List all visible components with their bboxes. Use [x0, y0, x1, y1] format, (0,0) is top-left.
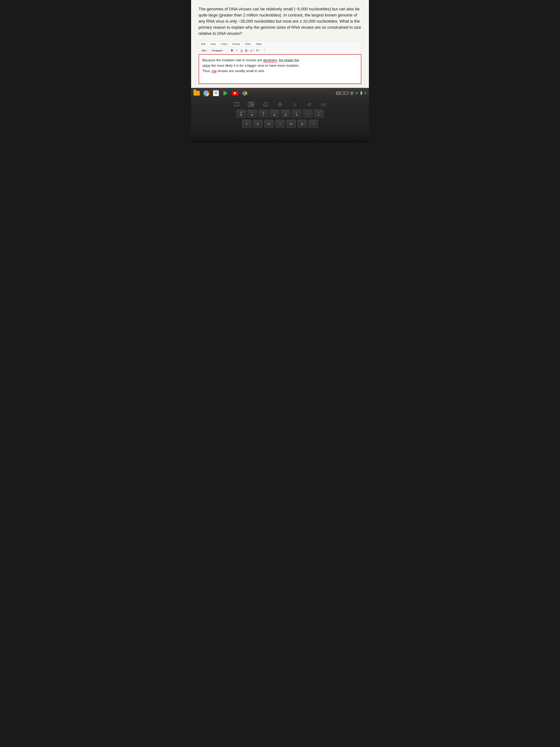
- key-minus-underscore[interactable]: _ -: [303, 110, 313, 118]
- taskbar-folder-icon[interactable]: [193, 90, 200, 97]
- key-9-lparen[interactable]: ( 9: [281, 110, 290, 118]
- key-y-label: y: [257, 122, 259, 126]
- toolbar-divider-1: [228, 49, 228, 52]
- fn-vol-up-key[interactable]: ▷): [319, 101, 328, 107]
- menu-view[interactable]: View: [210, 42, 216, 46]
- taskbar-photos-icon[interactable]: [241, 90, 248, 97]
- font-size-select[interactable]: 20px ∨: [201, 49, 209, 52]
- taskbar: 31: [191, 88, 369, 98]
- screen-area: The genomes of DNA viruses can be relati…: [191, 0, 369, 88]
- editor-line-3: Thus, rna viruses are usually small in s…: [203, 68, 357, 74]
- taskbar-right: 8 ▼ 🔋 8:: [336, 91, 367, 95]
- question-text: The genomes of DNA viruses can be relati…: [198, 6, 362, 36]
- keyboard-fn-row: ◁ ◁) ▷): [195, 101, 365, 107]
- svg-point-7: [279, 103, 281, 105]
- paragraph-select[interactable]: Paragraph ∨: [211, 49, 225, 52]
- underlined-phrase: the bigger the: [279, 58, 299, 62]
- taskbar-left: 31: [193, 90, 248, 97]
- time-text: 8:: [365, 92, 367, 95]
- fn-screenshot-key[interactable]: [232, 101, 241, 107]
- highlight-dropdown[interactable]: 🖊 ∨: [250, 49, 255, 52]
- key-minus-symbol: -: [308, 113, 308, 117]
- taskbar-youtube-icon[interactable]: [232, 90, 239, 97]
- fn-prev-key[interactable]: ◁: [290, 101, 299, 107]
- svg-point-6: [264, 102, 267, 106]
- key-p[interactable]: p: [297, 120, 307, 128]
- menu-edit[interactable]: Edit: [201, 42, 206, 46]
- key-9-symbol: 9: [285, 113, 286, 117]
- keyboard-area: ◁ ◁) ▷) % 5 ^ 6 & 7 * 8 ( 9 ) 0 _: [191, 98, 369, 135]
- key-5-percent[interactable]: % 5: [236, 110, 246, 118]
- key-u[interactable]: u: [264, 120, 274, 128]
- editor-line-2: virion the more likely it is for a bigge…: [203, 63, 357, 68]
- multiwindow-icon: [248, 102, 254, 107]
- fn-circle-key[interactable]: [261, 101, 270, 107]
- editor-container: Edit View Insert Format Tools Table 20px…: [198, 41, 362, 84]
- key-o[interactable]: o: [286, 120, 296, 128]
- wifi-indicator[interactable]: ▼: [355, 92, 358, 95]
- italic-button[interactable]: I: [236, 49, 238, 53]
- key-u-label: u: [268, 122, 270, 126]
- fn-mute-key[interactable]: ◁): [304, 101, 314, 107]
- folder-icon-shape: [193, 91, 200, 96]
- key-0-rparen[interactable]: ) 0: [292, 110, 301, 118]
- key-7-ampersand[interactable]: & 7: [259, 110, 268, 118]
- key-6-caret[interactable]: ^ 6: [247, 110, 257, 118]
- brightness-icon: [277, 102, 283, 107]
- key-t[interactable]: t: [242, 120, 251, 128]
- superscript-dropdown[interactable]: T2 ∨: [256, 49, 260, 52]
- key-equals-symbol: =: [318, 113, 320, 117]
- key-lbrace[interactable]: {: [309, 120, 318, 128]
- editor-line-1: Because the mutation rate in viruses are…: [203, 58, 357, 63]
- menu-format[interactable]: Format: [232, 42, 241, 46]
- key-0-symbol: 0: [296, 113, 297, 117]
- fn-multiwindow-key[interactable]: [246, 101, 256, 107]
- key-i[interactable]: i: [275, 120, 285, 128]
- window-indicator-1[interactable]: [336, 92, 340, 95]
- key-o-label: o: [290, 122, 292, 126]
- svg-rect-3: [248, 102, 251, 106]
- keyboard-number-row: % 5 ^ 6 & 7 * 8 ( 9 ) 0 _ - + =: [195, 110, 365, 118]
- editor-content[interactable]: Because the mutation rate in viruses are…: [199, 54, 361, 84]
- window-indicators: [336, 92, 348, 95]
- misspelled-rna: rna: [212, 69, 216, 73]
- calendar-date: 31: [215, 92, 217, 95]
- key-5-symbol: 5: [240, 113, 242, 117]
- youtube-icon-shape: [232, 91, 238, 96]
- key-6-symbol: 6: [251, 113, 253, 117]
- window-indicator-3[interactable]: [345, 92, 348, 95]
- font-size-chevron: ∨: [207, 50, 209, 52]
- key-8-symbol: 8: [274, 113, 275, 117]
- taskbar-chrome-icon[interactable]: [203, 90, 210, 97]
- misspelled-abudnent: abudnent: [263, 58, 277, 62]
- taskbar-calendar-icon[interactable]: 31: [213, 90, 219, 97]
- time-display: 8:: [365, 92, 367, 95]
- svg-rect-5: [251, 104, 254, 106]
- menu-table[interactable]: Table: [255, 42, 262, 46]
- menu-bar: Edit View Insert Format Tools Table: [199, 41, 361, 47]
- play-icon-shape: [223, 91, 228, 96]
- menu-tools[interactable]: Tools: [244, 42, 251, 46]
- circle-icon: [263, 102, 268, 106]
- battery-icon: 🔋: [359, 91, 363, 95]
- key-p-label: p: [301, 122, 303, 126]
- chrome-icon-shape: [203, 90, 209, 96]
- window-indicator-2[interactable]: [340, 92, 344, 95]
- taskbar-play-icon[interactable]: [222, 90, 229, 97]
- more-options-button[interactable]: ⋮: [262, 48, 267, 53]
- photos-icon-shape: [242, 90, 248, 96]
- key-i-label: i: [279, 122, 281, 126]
- font-color-dropdown[interactable]: A ∨: [245, 49, 249, 52]
- menu-insert[interactable]: Insert: [220, 42, 228, 46]
- battery-indicator[interactable]: 🔋: [359, 91, 363, 95]
- key-t-label: t: [246, 122, 247, 126]
- bold-button[interactable]: B: [230, 49, 234, 53]
- key-8-asterisk[interactable]: * 8: [270, 110, 279, 118]
- underline-button[interactable]: U: [240, 49, 244, 53]
- key-plus-equals[interactable]: + =: [314, 110, 324, 118]
- notification-badge[interactable]: 8: [350, 91, 354, 95]
- fn-brightness-key[interactable]: [275, 101, 285, 107]
- key-y[interactable]: y: [253, 120, 263, 128]
- toolbar: 20px ∨ Paragraph ∨ B I U A ∨ 🖊 ∨ T2 ∨: [199, 47, 361, 54]
- paragraph-chevron: ∨: [223, 50, 224, 52]
